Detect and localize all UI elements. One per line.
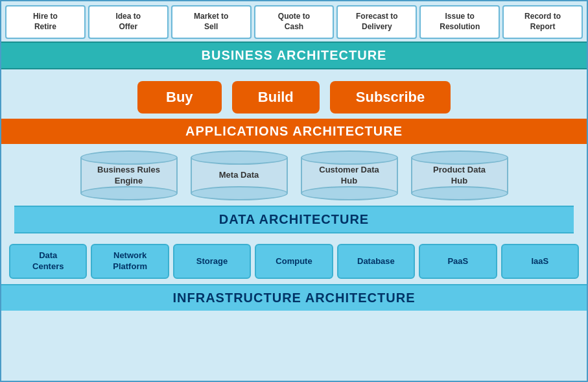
top-process-row: Hire to Retire Idea to Offer Market to S…: [1, 1, 587, 42]
infrastructure-section: Data Centers Network Platform Storage Co…: [1, 239, 587, 281]
infra-database[interactable]: Database: [337, 244, 415, 279]
infra-network-platform[interactable]: Network Platform: [91, 244, 169, 279]
cylinder-top: [191, 150, 288, 165]
cylinder-top: [411, 150, 508, 165]
cylinder-bottom: [411, 186, 508, 200]
cylinder-bottom: [80, 186, 178, 200]
process-market-to-sell[interactable]: Market to Sell: [171, 5, 252, 39]
applications-architecture-banner: APPLICATIONS ARCHITECTURE: [1, 119, 587, 144]
cylinders-row: Business Rules Engine Meta Data Customer…: [14, 150, 574, 200]
cylinder-product-data-hub: Product Data Hub: [411, 150, 508, 200]
process-forecast-to-delivery[interactable]: Forecast to Delivery: [336, 5, 417, 39]
data-architecture-banner: DATA ARCHITECTURE: [14, 206, 574, 233]
process-hire-to-retire[interactable]: Hire to Retire: [5, 5, 86, 39]
process-record-to-report[interactable]: Record to Report: [502, 5, 583, 39]
cylinder-meta-data: Meta Data: [191, 150, 288, 200]
infra-compute[interactable]: Compute: [255, 244, 333, 279]
cylinder-business-rules-engine: Business Rules Engine: [80, 150, 178, 200]
buy-box[interactable]: Buy: [137, 81, 222, 113]
cylinder-customer-data-hub: Customer Data Hub: [301, 150, 398, 200]
infra-data-centers[interactable]: Data Centers: [9, 244, 87, 279]
subscribe-box[interactable]: Subscribe: [330, 81, 451, 113]
infra-storage[interactable]: Storage: [173, 244, 251, 279]
infra-paas[interactable]: PaaS: [419, 244, 497, 279]
cylinder-top: [301, 150, 398, 165]
infrastructure-architecture-banner: INFRASTRUCTURE ARCHITECTURE: [1, 284, 587, 311]
cylinder-bottom: [191, 186, 288, 200]
applications-section: Buy Build Subscribe: [1, 69, 587, 119]
build-box[interactable]: Build: [232, 81, 320, 113]
process-quote-to-cash[interactable]: Quote to Cash: [254, 5, 335, 39]
data-section: Business Rules Engine Meta Data Customer…: [1, 144, 587, 239]
infra-iaas[interactable]: IaaS: [501, 244, 579, 279]
process-issue-to-resolution[interactable]: Issue to Resolution: [419, 5, 500, 39]
infra-boxes-row: Data Centers Network Platform Storage Co…: [6, 244, 582, 279]
business-architecture-banner: BUSINESS ARCHITECTURE: [1, 42, 587, 69]
action-boxes-row: Buy Build Subscribe: [6, 75, 582, 119]
cylinder-top: [80, 150, 178, 165]
architecture-diagram: Hire to Retire Idea to Offer Market to S…: [0, 0, 588, 382]
process-idea-to-offer[interactable]: Idea to Offer: [88, 5, 169, 39]
cylinder-bottom: [301, 186, 398, 200]
